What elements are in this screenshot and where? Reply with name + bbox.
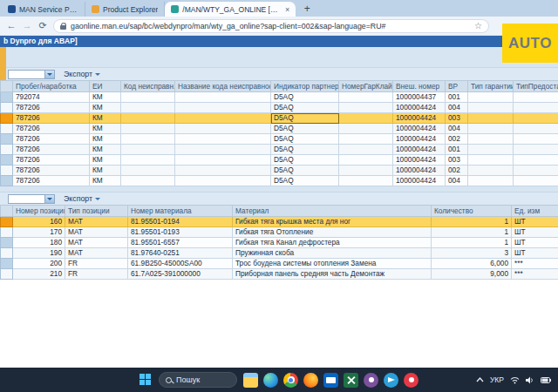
cell[interactable]: D5AQ	[271, 113, 339, 124]
cell[interactable]	[468, 134, 514, 145]
cell[interactable]: FR	[65, 259, 128, 269]
cell[interactable]: Пружинная скоба	[233, 248, 432, 259]
row-select-cell[interactable]	[1, 166, 13, 176]
excel-icon[interactable]	[344, 373, 358, 388]
chrome-icon[interactable]	[283, 373, 298, 388]
cell[interactable]: D5AQ	[271, 145, 339, 155]
cell[interactable]: КМ	[90, 124, 121, 134]
cell[interactable]: Гибкая тяга Отопление	[233, 227, 432, 238]
cell[interactable]	[121, 134, 175, 145]
browser-tab-0[interactable]: MAN Service Por...	[2, 2, 85, 17]
cell[interactable]: 170	[13, 227, 65, 238]
cell[interactable]: 1000004424	[393, 124, 446, 134]
row-select-cell[interactable]	[1, 124, 13, 134]
cell[interactable]	[339, 155, 393, 166]
cell[interactable]: КМ	[90, 145, 121, 155]
table-row[interactable]: 787206КМD5AQ1000004424002	[1, 134, 558, 145]
column-header[interactable]: Пробег/наработка	[13, 81, 90, 92]
cell[interactable]: 81.97640-0251	[128, 248, 233, 259]
cell[interactable]	[514, 134, 558, 145]
cell[interactable]	[514, 113, 558, 124]
table-row[interactable]: 787206КМD5AQ1000004424003	[1, 113, 558, 124]
new-tab-button[interactable]: +	[300, 2, 314, 16]
column-header[interactable]: Тип позиции	[65, 206, 128, 217]
row-select-cell[interactable]	[1, 113, 13, 124]
cell[interactable]: ШТ	[512, 217, 558, 227]
cell[interactable]	[175, 176, 271, 186]
cell[interactable]: КМ	[90, 176, 121, 186]
cell[interactable]: Трос боудена системы отопления Замена	[233, 259, 432, 269]
column-header[interactable]: Название кода неисправности	[175, 81, 271, 92]
cell[interactable]	[121, 113, 175, 124]
cell[interactable]	[175, 155, 271, 166]
cell[interactable]: 004	[446, 124, 468, 134]
cell[interactable]	[339, 134, 393, 145]
language-indicator[interactable]: УКР	[490, 375, 504, 384]
cell[interactable]: D5AQ	[271, 103, 339, 113]
cell[interactable]: 1000004424	[393, 134, 446, 145]
cell[interactable]: 787206	[13, 145, 90, 155]
cell[interactable]: 6,000	[432, 259, 512, 269]
cell[interactable]: 61.9B250-45000SA00	[128, 259, 233, 269]
cell[interactable]: 1	[432, 217, 512, 227]
cell[interactable]: 002	[446, 134, 468, 145]
cell[interactable]: 81.95501-0194	[128, 217, 233, 227]
cell[interactable]: ***	[512, 269, 558, 280]
back-arrow-icon[interactable]	[6, 21, 17, 30]
cell[interactable]: ШТ	[512, 248, 558, 259]
cell[interactable]	[468, 92, 514, 103]
row-select-cell[interactable]	[1, 103, 13, 113]
row-select-cell[interactable]	[1, 238, 13, 248]
cell[interactable]: 787206	[13, 155, 90, 166]
cell[interactable]	[339, 145, 393, 155]
chevron-up-icon[interactable]	[476, 377, 484, 382]
cell[interactable]: 1000004424	[393, 113, 446, 124]
cell[interactable]: 1000004424	[393, 145, 446, 155]
cell[interactable]: 1	[432, 238, 512, 248]
cell[interactable]	[514, 124, 558, 134]
cell[interactable]	[339, 113, 393, 124]
cell[interactable]	[468, 155, 514, 166]
cell[interactable]: ***	[512, 259, 558, 269]
column-header[interactable]: Внеш. номер	[393, 81, 446, 92]
cell[interactable]: ШТ	[512, 238, 558, 248]
cell[interactable]	[514, 145, 558, 155]
table-row[interactable]: 787206КМD5AQ1000004424002	[1, 166, 558, 176]
cell[interactable]	[121, 145, 175, 155]
cell[interactable]	[339, 124, 393, 134]
column-header[interactable]: Номер материала	[128, 206, 233, 217]
cell[interactable]: 180	[13, 238, 65, 248]
address-url-field[interactable]: gaonline.man.eu/sap/bc/webdynpro/man/wty…	[53, 19, 489, 33]
autoria-icon[interactable]	[404, 373, 418, 388]
table-row[interactable]: 787206КМD5AQ1000004424001	[1, 145, 558, 155]
cell[interactable]: D5AQ	[271, 176, 339, 186]
cell[interactable]	[175, 92, 271, 103]
cell[interactable]: D5AQ	[271, 166, 339, 176]
cell[interactable]: 787206	[13, 166, 90, 176]
telegram-icon[interactable]	[384, 373, 398, 388]
cell[interactable]	[175, 134, 271, 145]
start-button[interactable]	[140, 374, 153, 387]
cell[interactable]	[514, 92, 558, 103]
column-header[interactable]: Ед. изм	[512, 206, 558, 217]
cell[interactable]: 200	[13, 259, 65, 269]
url-text[interactable]: gaonline.man.eu/sap/bc/webdynpro/man/wty…	[71, 22, 470, 30]
table-row[interactable]: 190МАТ81.97640-0251Пружинная скоба3ШТ	[1, 248, 558, 259]
taskbar-search[interactable]: Пошук	[159, 372, 237, 388]
cell[interactable]: 210	[13, 269, 65, 280]
claims-export-button[interactable]: Экспорт	[64, 70, 100, 78]
column-header[interactable]: ВР	[446, 81, 468, 92]
table-row[interactable]: 787206КМD5AQ1000004424004	[1, 124, 558, 134]
battery-icon[interactable]	[541, 377, 551, 383]
table-row[interactable]: 170МАТ81.95501-0193Гибкая тяга Отопление…	[1, 227, 558, 238]
cell[interactable]: 003	[446, 155, 468, 166]
cell[interactable]: 001	[446, 92, 468, 103]
cell[interactable]: 003	[446, 113, 468, 124]
row-select-cell[interactable]	[1, 155, 13, 166]
cell[interactable]: D5AQ	[271, 92, 339, 103]
cell[interactable]: 1000004424	[393, 155, 446, 166]
cell[interactable]: 004	[446, 103, 468, 113]
cell[interactable]: Гибкая тяга крышка места для ног	[233, 217, 432, 227]
cell[interactable]	[339, 92, 393, 103]
cell[interactable]	[514, 155, 558, 166]
